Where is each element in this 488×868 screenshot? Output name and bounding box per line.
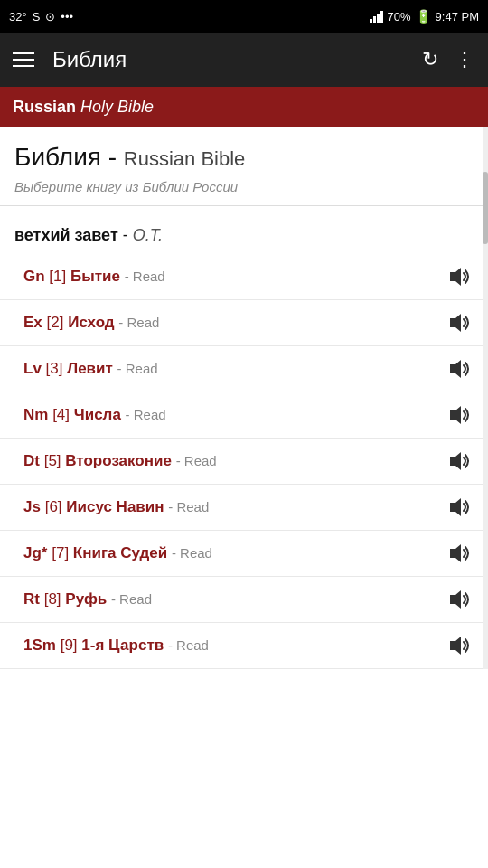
book-list-item[interactable]: Gn [1] Бытие - Read [0,254,488,300]
svg-marker-2 [450,360,461,378]
hamburger-menu-button[interactable] [13,52,34,67]
book-name: Числа [74,406,121,423]
speaker-icon [446,450,472,472]
section-header-text: ветхий завет - O.T. [14,226,163,244]
status-bar: 32° S ⊙ ••• 70% 🔋 9:47 PM [0,0,488,33]
book-list-item[interactable]: Jg* [7] Книга Судей - Read [0,531,488,577]
speaker-icon [446,358,472,380]
book-read-label: - Read [172,545,212,561]
hamburger-line [13,65,34,67]
book-num: [9] [61,637,82,654]
book-num: [2] [47,314,69,331]
book-list-item[interactable]: Nm [4] Числа - Read [0,392,488,439]
subtitle-bar: Russian Holy Bible [0,87,488,127]
book-abbr: Js [23,498,41,515]
scrollbar[interactable] [483,127,488,669]
book-label: 1Sm [9] 1-я Царств - Read [23,637,445,655]
section-dash: - [123,226,133,244]
bible-title-section: Библия - Russian Bible Выберите книгу из… [0,127,488,206]
book-list-item[interactable]: Lv [3] Левит - Read [0,346,488,392]
audio-play-button[interactable] [445,356,474,382]
book-name: Иисус Навин [66,498,164,515]
hamburger-line [13,52,34,54]
audio-play-button[interactable] [445,264,474,289]
speaker-icon [446,404,472,426]
book-read-label: - Read [117,361,158,376]
speaker-icon [446,589,472,610]
battery-icon: 🔋 [416,9,431,24]
book-num: [4] [52,406,74,423]
subtitle-bar-text: Russian Holy Bible [13,98,154,117]
book-abbr: Rt [23,590,40,608]
book-label: Nm [4] Числа - Read [23,406,445,424]
audio-play-button[interactable] [445,310,474,335]
book-list-item[interactable]: Rt [8] Руфь - Read [0,577,488,623]
svg-marker-1 [450,314,461,332]
book-list-item[interactable]: Ex [2] Исход - Read [0,300,488,346]
app-bar: Библия ↻ ⋮ [0,33,488,87]
status-left: 32° S ⊙ ••• [9,10,73,24]
svg-marker-6 [450,544,461,562]
book-name: Книга Судей [73,544,167,561]
book-abbr: Dt [23,452,40,469]
book-read-label: - Read [125,269,165,284]
speaker-icon [446,312,472,334]
more-options-button[interactable]: ⋮ [455,48,475,71]
book-list-item[interactable]: Dt [5] Второзаконие - Read [0,439,488,485]
refresh-button[interactable]: ↻ [422,48,438,71]
book-num: [7] [52,544,73,561]
svg-marker-5 [450,498,461,516]
svg-marker-8 [450,637,461,655]
speaker-icon [446,542,472,564]
book-abbr: Jg* [23,544,47,561]
book-label: Rt [8] Руфь - Read [23,590,445,609]
book-abbr: Gn [23,268,45,285]
messenger-icon: ⊙ [45,10,55,24]
book-list-item[interactable]: Js [6] Иисус Навин - Read [0,485,488,531]
section-title-bold: ветхий завет [14,226,118,244]
audio-play-button[interactable] [445,541,474,566]
book-name: Исход [68,314,114,331]
status-right: 70% 🔋 9:47 PM [370,9,479,24]
bible-description: Выберите книгу из Библии России [14,179,474,194]
temperature: 32° [9,10,27,24]
audio-play-button[interactable] [445,633,474,658]
ellipsis-icon: ••• [61,10,73,24]
audio-play-button[interactable] [445,495,474,520]
book-label: Ex [2] Исход - Read [23,314,445,332]
book-name: Левит [67,360,113,377]
book-read-label: - Read [168,499,209,514]
book-name: Руфь [65,590,107,608]
speaker-icon [446,635,472,656]
book-abbr: Lv [23,360,42,377]
app-bar-title: Библия [52,47,422,72]
book-label: Js [6] Иисус Навин - Read [23,498,445,516]
book-list: Gn [1] Бытие - Read Ex [2] Исход - Read [0,254,488,669]
scrollbar-thumb[interactable] [483,172,488,244]
app-bar-actions: ↻ ⋮ [422,48,475,71]
section-ot: O.T. [133,226,163,244]
battery-percent: 70% [388,10,411,24]
hamburger-line [13,59,34,61]
bible-cyrillic-title: Библия [14,143,101,171]
book-abbr: 1Sm [23,637,56,654]
book-label: Lv [3] Левит - Read [23,360,445,378]
audio-play-button[interactable] [445,402,474,428]
book-label: Jg* [7] Книга Судей - Read [23,544,445,562]
bible-main-title: Библия - Russian Bible [14,143,474,172]
book-abbr: Nm [23,406,48,423]
book-num: [3] [46,360,68,377]
subtitle-bold: Russian [13,98,76,116]
book-name: 1-я Царств [81,637,164,654]
book-list-item[interactable]: 1Sm [9] 1-я Царств - Read [0,623,488,669]
svg-marker-4 [450,452,461,470]
speaker-icon [446,496,472,518]
title-dash: - [108,143,124,171]
book-abbr: Ex [23,314,42,331]
book-read-label: - Read [126,407,166,422]
time: 9:47 PM [436,10,479,24]
audio-play-button[interactable] [445,587,474,612]
book-num: [6] [45,498,67,515]
audio-play-button[interactable] [445,448,474,474]
speaker-icon [446,266,472,288]
